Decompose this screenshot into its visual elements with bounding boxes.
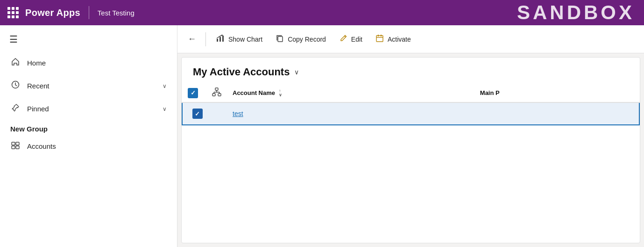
view-title: My Active Accounts [193, 66, 290, 78]
column-header-select-all[interactable] [182, 84, 206, 102]
main-content: ← Show Chart [177, 25, 644, 247]
grid-icon[interactable] [7, 7, 19, 18]
svg-rect-4 [16, 146, 19, 149]
row-account-name-cell: test [227, 102, 474, 125]
svg-rect-6 [219, 37, 221, 42]
row-hierarchy-cell [206, 102, 227, 125]
svg-rect-7 [222, 36, 224, 42]
sidebar-item-home[interactable]: Home [0, 51, 177, 74]
column-header-hierarchy[interactable] [206, 84, 227, 102]
hamburger-menu-icon[interactable]: ☰ [0, 29, 177, 51]
svg-rect-8 [278, 36, 283, 42]
edit-button[interactable]: Edit [333, 30, 368, 48]
recent-chevron-icon: ∨ [163, 83, 167, 89]
show-chart-button[interactable]: Show Chart [211, 30, 268, 48]
row-checkbox-cell[interactable] [182, 102, 206, 125]
accounts-table: Account Name ↑∨ Main P [182, 84, 640, 125]
sidebar-item-pinned[interactable]: Pinned ∨ [0, 97, 177, 120]
sidebar-item-recent-label: Recent [27, 82, 163, 90]
account-name-sort: Account Name ↑∨ [233, 89, 282, 97]
svg-rect-13 [215, 88, 218, 90]
svg-rect-3 [12, 146, 15, 149]
svg-rect-14 [212, 94, 215, 96]
activate-label: Activate [388, 36, 411, 43]
sidebar: ☰ Home Recent ∨ [0, 25, 177, 247]
copy-record-icon [276, 34, 284, 44]
select-all-checkbox[interactable] [188, 88, 198, 98]
svg-rect-2 [16, 142, 19, 145]
top-header: Power Apps Test Testing SANDBOX [0, 0, 644, 25]
column-header-account-name[interactable]: Account Name ↑∨ [227, 84, 474, 102]
svg-rect-5 [217, 39, 218, 42]
copy-record-button[interactable]: Copy Record [270, 30, 332, 48]
pinned-chevron-icon: ∨ [163, 106, 167, 112]
new-group-section-header: New Group [0, 120, 177, 136]
table-header-row: Account Name ↑∨ Main P [182, 84, 639, 102]
activate-button[interactable]: Activate [370, 30, 417, 48]
table-row: test [182, 102, 639, 125]
header-divider [89, 6, 89, 19]
env-name: Test Testing [98, 9, 134, 17]
show-chart-label: Show Chart [228, 36, 262, 43]
view-area: My Active Accounts ∨ [181, 57, 640, 243]
row-main-phone-cell [474, 102, 639, 125]
activate-icon [375, 34, 384, 44]
sandbox-label: SANDBOX [517, 1, 635, 24]
sidebar-item-home-label: Home [27, 59, 167, 67]
sidebar-item-recent[interactable]: Recent ∨ [0, 74, 177, 97]
edit-label: Edit [351, 36, 362, 43]
view-header: My Active Accounts ∨ [182, 58, 640, 84]
sidebar-item-accounts[interactable]: Accounts [0, 136, 177, 156]
copy-record-label: Copy Record [288, 36, 326, 43]
main-phone-label: Main P [480, 89, 500, 96]
edit-icon [339, 34, 347, 44]
svg-rect-12 [381, 35, 382, 36]
pinned-icon [10, 103, 21, 115]
view-title-chevron-icon[interactable]: ∨ [294, 68, 299, 76]
toolbar-separator [205, 32, 206, 46]
recent-icon [10, 80, 21, 92]
sidebar-item-pinned-label: Pinned [27, 105, 163, 113]
home-icon [10, 57, 21, 69]
svg-rect-11 [378, 35, 379, 36]
hierarchy-icon [212, 87, 221, 97]
sort-icons[interactable]: ↑∨ [279, 89, 282, 97]
row-checkbox[interactable] [192, 109, 203, 119]
layout: ☰ Home Recent ∨ [0, 25, 644, 247]
svg-rect-1 [12, 142, 15, 145]
toolbar: ← Show Chart [177, 25, 644, 53]
sidebar-item-accounts-label: Accounts [27, 142, 167, 150]
svg-rect-9 [376, 36, 383, 42]
svg-rect-15 [218, 94, 221, 96]
account-name-link[interactable]: test [233, 110, 243, 117]
accounts-icon [10, 140, 21, 152]
account-name-label: Account Name [233, 89, 275, 96]
app-name: Power Apps [25, 7, 80, 18]
show-chart-icon [216, 34, 225, 44]
table-container: Account Name ↑∨ Main P [182, 84, 640, 243]
back-icon: ← [188, 34, 196, 44]
column-header-main-phone[interactable]: Main P [474, 84, 639, 102]
back-button[interactable]: ← [183, 30, 201, 48]
